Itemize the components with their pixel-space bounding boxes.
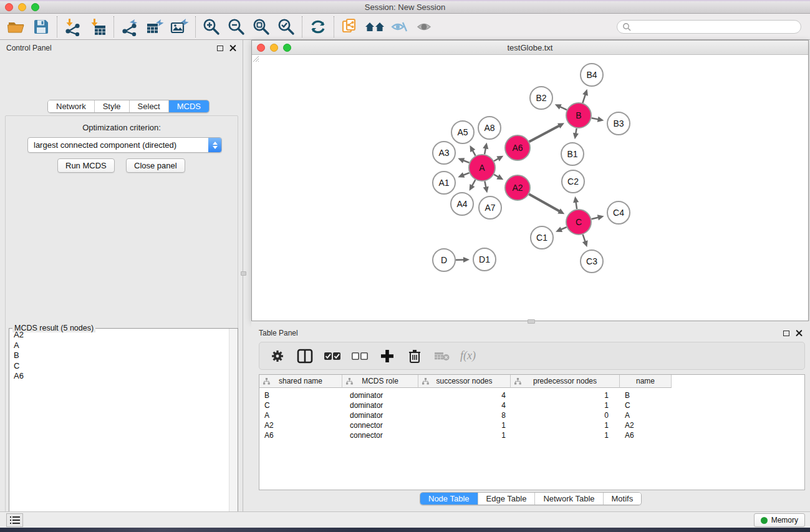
graph-edge-A-A6[interactable] <box>494 156 503 162</box>
column-header-MCDS-role[interactable]: MCDS role <box>342 375 418 388</box>
select-all-button[interactable] <box>323 347 342 365</box>
import-network-button[interactable] <box>60 16 85 38</box>
column-header-successor-nodes[interactable]: successor nodes <box>418 375 511 388</box>
export-table-button[interactable] <box>142 16 167 38</box>
graph-edge-A-A2[interactable] <box>494 174 503 180</box>
graph-node-B3[interactable]: B3 <box>607 112 630 135</box>
graph-edge-A-A3[interactable] <box>458 158 469 163</box>
optimization-criterion-select[interactable]: largest connected component (directed) <box>27 137 222 153</box>
close-table-panel-icon[interactable] <box>796 330 803 337</box>
graph-node-C1[interactable]: C1 <box>531 226 553 249</box>
mcds-result-item[interactable]: B <box>10 351 228 361</box>
deselect-all-button[interactable] <box>350 347 369 365</box>
tab-style[interactable]: Style <box>95 100 130 112</box>
graph-edge-B-B3[interactable] <box>592 117 604 122</box>
tab-motifs[interactable]: Motifs <box>604 493 642 505</box>
graph-edge-A-A1[interactable] <box>458 172 469 178</box>
graph-edge-C-C1[interactable] <box>556 226 567 231</box>
mcds-result-item[interactable]: A6 <box>10 371 228 382</box>
mcds-result-item[interactable]: A2 <box>10 330 228 341</box>
table-row[interactable]: Adominator80A <box>259 410 804 420</box>
close-panel-button[interactable]: Close panel <box>126 158 185 173</box>
graph-node-A3[interactable]: A3 <box>433 142 455 164</box>
tab-edge-table[interactable]: Edge Table <box>478 493 536 505</box>
run-mcds-button[interactable]: Run MCDS <box>57 158 115 173</box>
horizontal-splitter-handle[interactable] <box>528 319 535 324</box>
graph-edge-A2-C[interactable] <box>529 194 564 214</box>
delete-column-button[interactable] <box>405 347 424 365</box>
graph-node-B2[interactable]: B2 <box>530 87 552 109</box>
graph-node-A5[interactable]: A5 <box>451 121 474 143</box>
float-panel-icon[interactable] <box>217 46 223 51</box>
graph-edge-A-A8[interactable] <box>483 143 488 155</box>
network-overview-button[interactable] <box>337 16 362 38</box>
tab-network[interactable]: Network <box>48 100 95 112</box>
graph-edge-D-D1[interactable] <box>456 257 470 263</box>
zoom-in-button[interactable] <box>199 16 224 38</box>
tab-node-table[interactable]: Node Table <box>420 493 478 505</box>
window-resize-grip[interactable] <box>252 55 259 62</box>
memory-button[interactable]: Memory <box>754 513 805 527</box>
vertical-splitter[interactable] <box>243 40 251 511</box>
mcds-result-item[interactable]: C <box>10 361 228 372</box>
table-row[interactable]: Cdominator41C <box>259 400 804 410</box>
graph-node-C2[interactable]: C2 <box>562 170 584 193</box>
graph-edge-C-C2[interactable] <box>573 196 579 209</box>
graph-edge-C-C4[interactable] <box>591 215 604 220</box>
open-session-button[interactable] <box>4 16 29 38</box>
graph-node-A8[interactable]: A8 <box>478 117 501 139</box>
export-image-button[interactable] <box>167 16 192 38</box>
zoom-out-button[interactable] <box>224 16 249 38</box>
show-graphics-details-button[interactable] <box>412 16 437 38</box>
graph-edge-A-A4[interactable] <box>470 180 476 191</box>
search-input[interactable] <box>634 22 796 31</box>
mcds-result-item[interactable]: A <box>10 341 228 351</box>
vertical-splitter-handle[interactable] <box>241 271 246 276</box>
network-canvas[interactable]: B4B2BB3A8A5A6A3B1AA1C2A2A4A7C4CC1DD1C3 <box>252 55 808 321</box>
graph-edge-A6-B[interactable] <box>529 123 564 142</box>
add-column-button[interactable] <box>378 347 397 365</box>
graph-node-A1[interactable]: A1 <box>433 172 455 194</box>
zoom-fit-button[interactable] <box>249 16 274 38</box>
float-table-panel-icon[interactable] <box>783 331 789 336</box>
tab-select[interactable]: Select <box>130 100 169 112</box>
show-panels-list-button[interactable] <box>6 513 23 527</box>
graph-node-A2[interactable]: A2 <box>505 175 530 200</box>
graph-node-C[interactable]: C <box>566 210 591 235</box>
column-header-predecessor-nodes[interactable]: predecessor nodes <box>511 375 620 388</box>
graph-edge-A-A5[interactable] <box>470 145 475 156</box>
graph-node-D1[interactable]: D1 <box>473 248 496 271</box>
graph-edge-B-B2[interactable] <box>555 104 567 110</box>
result-list-scrollbar[interactable] <box>229 329 238 532</box>
home-button[interactable] <box>362 16 387 38</box>
table-options-gear-button[interactable] <box>268 347 287 365</box>
graph-node-A6[interactable]: A6 <box>505 135 530 160</box>
column-selector-button[interactable] <box>296 347 314 365</box>
graph-node-B1[interactable]: B1 <box>561 143 584 165</box>
import-table-button[interactable] <box>85 16 110 38</box>
graph-node-A[interactable]: A <box>469 155 495 181</box>
graph-node-B4[interactable]: B4 <box>581 64 603 86</box>
export-network-button[interactable] <box>117 16 142 38</box>
graph-edge-B-B4[interactable] <box>582 89 588 103</box>
graph-node-A7[interactable]: A7 <box>479 196 501 219</box>
graph-edge-C-C3[interactable] <box>582 235 588 247</box>
hide-graphics-details-button[interactable] <box>387 16 412 38</box>
table-row[interactable]: A2connector11A2 <box>259 420 804 430</box>
graph-node-A4[interactable]: A4 <box>451 193 473 215</box>
tab-mcds[interactable]: MCDS <box>169 100 209 112</box>
column-header-name[interactable]: name <box>620 375 672 388</box>
zoom-selected-button[interactable] <box>274 16 299 38</box>
close-panel-icon[interactable] <box>229 45 236 52</box>
graph-node-C4[interactable]: C4 <box>607 201 630 224</box>
table-row[interactable]: Bdominator41B <box>259 390 804 400</box>
table-row[interactable]: A6connector11A6 <box>259 430 804 440</box>
graph-node-D[interactable]: D <box>433 249 455 271</box>
graph-edge-B-B1[interactable] <box>573 128 579 140</box>
graph-node-C3[interactable]: C3 <box>581 250 603 273</box>
tab-network-table[interactable]: Network Table <box>535 493 603 505</box>
graph-node-B[interactable]: B <box>566 103 591 128</box>
graph-edge-A-A7[interactable] <box>483 181 489 193</box>
column-header-shared-name[interactable]: shared name <box>259 375 342 388</box>
search-field[interactable] <box>617 20 801 34</box>
